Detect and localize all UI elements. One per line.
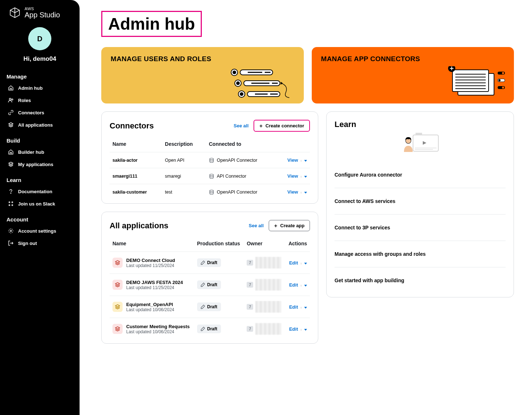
gear-icon: [8, 228, 14, 234]
edit-icon: [201, 283, 205, 287]
nav-roles[interactable]: Roles: [0, 94, 80, 106]
dropdown-caret[interactable]: [301, 160, 307, 162]
svg-point-44: [210, 158, 213, 160]
status-badge: Draft: [197, 325, 221, 333]
learn-illustration: [335, 129, 506, 165]
table-row: Customer Meeting RequestsLast updated 10…: [110, 318, 310, 340]
card-title: MANAGE APP CONNECTORS: [321, 55, 505, 63]
database-icon: [209, 158, 214, 163]
users-icon: [8, 97, 14, 103]
app-updated: Last updated 10/06/2024: [126, 307, 174, 312]
svg-marker-3: [9, 123, 13, 125]
col-actions: Actions: [285, 237, 310, 252]
nav-slack[interactable]: Join us on Slack: [0, 198, 80, 210]
col-conn: Connected to: [206, 137, 277, 152]
apps-see-all[interactable]: See all: [249, 223, 264, 228]
conn-name: smaergi111: [110, 168, 162, 184]
dropdown-caret[interactable]: [301, 263, 307, 264]
app-name[interactable]: Customer Meeting Requests: [126, 324, 190, 329]
question-icon: [8, 189, 14, 194]
svg-point-18: [236, 81, 240, 85]
svg-point-41: [498, 79, 501, 81]
table-row: sakila-actor Open API OpenAPI Connector …: [110, 152, 310, 168]
conn-to: API Connector: [206, 168, 277, 184]
dropdown-caret[interactable]: [301, 176, 307, 178]
view-link[interactable]: View: [288, 189, 298, 195]
database-icon: [209, 190, 214, 195]
col-name: Name: [110, 237, 194, 252]
dropdown-caret[interactable]: [301, 192, 307, 194]
database-icon: [209, 174, 214, 179]
nav-all-apps[interactable]: All applications: [0, 119, 80, 131]
nav-admin-hub[interactable]: Admin hub: [0, 82, 80, 94]
edit-link[interactable]: Edit: [289, 304, 298, 310]
nav-builder-hub[interactable]: Builder hub: [0, 146, 80, 158]
conn-desc: Open API: [162, 152, 206, 168]
svg-marker-26: [281, 82, 283, 85]
slack-icon: [8, 201, 14, 207]
col-owner: Owner: [244, 237, 285, 252]
learn-panel: Learn Configure Aurora: [326, 111, 514, 297]
apps-table: Name Production status Owner Actions DEM…: [110, 237, 310, 340]
status-badge: Draft: [197, 302, 221, 311]
col-name: Name: [110, 137, 162, 152]
nav-account-settings[interactable]: Account settings: [0, 225, 80, 237]
card-manage-connectors[interactable]: MANAGE APP CONNECTORS: [312, 47, 514, 103]
dropdown-caret[interactable]: [301, 285, 307, 287]
app-icon: [112, 302, 123, 312]
learn-item[interactable]: Configure Aurora connector: [335, 165, 506, 188]
learn-item[interactable]: Get started with app building: [335, 267, 506, 293]
view-link[interactable]: View: [288, 157, 298, 163]
nav-heading-manage: Manage: [0, 71, 80, 82]
greeting: Hi, demo04: [24, 55, 56, 63]
table-row: sakila-customer test OpenAPI Connector V…: [110, 184, 310, 200]
conn-name: sakila-customer: [110, 184, 162, 200]
nav-documentation[interactable]: Documentation: [0, 185, 80, 198]
svg-point-39: [502, 72, 504, 74]
conn-to: OpenAPI Connector: [206, 152, 277, 168]
edit-link[interactable]: Edit: [289, 282, 298, 288]
dropdown-caret[interactable]: [301, 329, 307, 331]
nav-sign-out[interactable]: Sign out: [0, 237, 80, 249]
svg-point-2: [12, 99, 13, 100]
conn-to: OpenAPI Connector: [206, 184, 277, 200]
connectors-see-all[interactable]: See all: [234, 123, 248, 128]
svg-point-5: [10, 193, 11, 193]
nav-my-apps[interactable]: My applications: [0, 158, 80, 170]
sign-out-icon: [8, 240, 14, 246]
nav-connectors[interactable]: Connectors: [0, 106, 80, 119]
app-updated: Last updated 10/06/2024: [126, 329, 190, 334]
owner-count: 7: [247, 326, 253, 332]
page-title: Admin hub: [101, 11, 202, 37]
layers-icon: [8, 161, 14, 167]
create-connector-button[interactable]: + Create connector: [254, 120, 310, 132]
apps-panel: All applications See all + Create app Na…: [101, 212, 318, 344]
conn-name: sakila-actor: [110, 152, 162, 168]
app-name[interactable]: DEMO Connect Cloud: [126, 258, 175, 263]
edit-icon: [201, 261, 205, 265]
svg-point-1: [9, 98, 11, 100]
dropdown-caret[interactable]: [301, 307, 307, 309]
view-link[interactable]: View: [288, 173, 298, 179]
edit-link[interactable]: Edit: [289, 326, 298, 332]
learn-title: Learn: [335, 120, 506, 129]
layers-icon: [8, 122, 14, 128]
owner-redacted: [255, 257, 281, 268]
learn-item[interactable]: Manage access with groups and roles: [335, 241, 506, 267]
logo: AWS App Studio: [0, 7, 80, 25]
app-name[interactable]: Equipment_OpenAPI: [126, 302, 174, 307]
home-icon: [8, 85, 14, 91]
create-app-button[interactable]: + Create app: [269, 220, 310, 231]
edit-link[interactable]: Edit: [289, 260, 298, 266]
app-updated: Last updated 11/25/2024: [126, 263, 175, 268]
chevron-down-icon: [304, 329, 307, 331]
app-name[interactable]: DEMO JAWS FESTA 2024: [126, 280, 183, 285]
nav-heading-account: Account: [0, 214, 80, 225]
card-manage-users[interactable]: MANAGE USERS AND ROLES: [101, 47, 304, 103]
svg-point-19: [240, 92, 243, 96]
learn-item[interactable]: Connect to AWS services: [335, 188, 506, 214]
avatar[interactable]: D: [28, 27, 51, 50]
learn-item[interactable]: Connect to 3P services: [335, 214, 506, 241]
table-row: DEMO JAWS FESTA 2024Last updated 11/25/2…: [110, 274, 310, 296]
edit-icon: [201, 305, 205, 309]
